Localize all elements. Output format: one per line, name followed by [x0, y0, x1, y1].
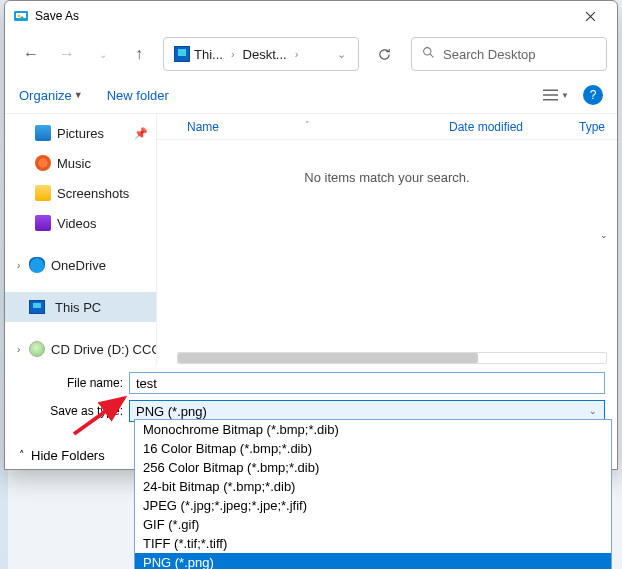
- chevron-up-icon: ˄: [19, 449, 25, 462]
- breadcrumb-seg-2[interactable]: Deskt...: [237, 47, 293, 62]
- column-name[interactable]: Name˄: [157, 120, 449, 134]
- filetype-dropdown: Monochrome Bitmap (*.bmp;*.dib)16 Color …: [134, 419, 612, 569]
- filetype-option[interactable]: GIF (*.gif): [135, 515, 611, 534]
- svg-point-3: [424, 48, 431, 55]
- up-button[interactable]: ↑: [123, 38, 155, 70]
- tree-item-music[interactable]: Music: [5, 148, 156, 178]
- tree-item-onedrive[interactable]: ›OneDrive: [5, 250, 156, 280]
- filetype-option[interactable]: 256 Color Bitmap (*.bmp;*.dib): [135, 458, 611, 477]
- pin-icon: 📌: [134, 127, 148, 140]
- file-list: Name˄ Date modified Type No items match …: [157, 114, 617, 364]
- filetype-option[interactable]: PNG (*.png): [135, 553, 611, 569]
- refresh-button[interactable]: [367, 37, 401, 71]
- titlebar: Save As: [5, 1, 617, 31]
- window-title: Save As: [35, 9, 79, 23]
- forward-button[interactable]: →: [51, 38, 83, 70]
- filename-input[interactable]: test⌄: [129, 372, 605, 394]
- empty-message: No items match your search.: [157, 140, 617, 185]
- tree-item-pictures[interactable]: Pictures📌: [5, 118, 156, 148]
- new-folder-button[interactable]: New folder: [107, 88, 169, 103]
- folder-icon: [35, 185, 51, 201]
- tree-item-videos[interactable]: Videos: [5, 208, 156, 238]
- filetype-option[interactable]: TIFF (*.tif;*.tiff): [135, 534, 611, 553]
- search-input[interactable]: Search Desktop: [411, 37, 607, 71]
- back-button[interactable]: ←: [15, 38, 47, 70]
- column-date[interactable]: Date modified: [449, 120, 579, 134]
- music-icon: [35, 155, 51, 171]
- monitor-icon: [174, 46, 190, 62]
- chevron-right-icon: ›: [293, 48, 301, 60]
- chevron-down-icon[interactable]: ⌄: [595, 2, 613, 468]
- save-as-dialog: Save As ← → ⌄ ↑ Thi... › Deskt... › ⌄ Se…: [4, 0, 618, 470]
- filetype-option[interactable]: 16 Color Bitmap (*.bmp;*.dib): [135, 439, 611, 458]
- sort-up-icon: ˄: [305, 120, 310, 130]
- search-placeholder: Search Desktop: [443, 47, 536, 62]
- filename-label: File name:: [17, 376, 129, 390]
- column-headers: Name˄ Date modified Type: [157, 114, 617, 140]
- tree-item-cddrive[interactable]: ›CD Drive (D:) CCO: [5, 334, 156, 364]
- chevron-down-icon[interactable]: ⌄: [335, 48, 348, 61]
- toolbar: Organize▼ New folder ▼ ?: [5, 77, 617, 114]
- hide-folders-button[interactable]: ˄Hide Folders: [19, 448, 105, 463]
- svg-point-2: [18, 15, 20, 17]
- breadcrumb[interactable]: Thi... › Deskt... › ⌄: [163, 37, 359, 71]
- disc-icon: [29, 341, 45, 357]
- app-icon: [13, 8, 29, 24]
- nav-tree: Pictures📌 Music Screenshots Videos ›OneD…: [5, 114, 157, 364]
- tree-item-thispc[interactable]: This PC: [5, 292, 156, 322]
- filetype-option[interactable]: Monochrome Bitmap (*.bmp;*.dib): [135, 420, 611, 439]
- tree-item-screenshots[interactable]: Screenshots: [5, 178, 156, 208]
- chevron-down-icon: ▼: [74, 90, 83, 100]
- monitor-icon: [29, 300, 45, 314]
- view-options-button[interactable]: ▼: [539, 85, 573, 105]
- pictures-icon: [35, 125, 51, 141]
- onedrive-icon: [29, 257, 45, 273]
- saveastype-label: Save as type:: [17, 404, 129, 418]
- chevron-down-icon[interactable]: ⌄: [584, 402, 602, 420]
- recent-dropdown[interactable]: ⌄: [87, 38, 119, 70]
- nav-row: ← → ⌄ ↑ Thi... › Deskt... › ⌄ Search Des…: [5, 31, 617, 77]
- breadcrumb-root[interactable]: Thi...: [168, 46, 229, 62]
- chevron-right-icon: ›: [229, 48, 237, 60]
- chevron-down-icon: ▼: [561, 91, 569, 100]
- breadcrumb-seg-1: Thi...: [194, 47, 223, 62]
- filetype-option[interactable]: JPEG (*.jpg;*.jpeg;*.jpe;*.jfif): [135, 496, 611, 515]
- chevron-right-icon[interactable]: ›: [17, 260, 20, 271]
- list-view-icon: [543, 89, 558, 101]
- organize-button[interactable]: Organize▼: [19, 88, 83, 103]
- videos-icon: [35, 215, 51, 231]
- filetype-option[interactable]: 24-bit Bitmap (*.bmp;*.dib): [135, 477, 611, 496]
- search-icon: [422, 46, 435, 62]
- horizontal-scrollbar[interactable]: [177, 352, 607, 364]
- chevron-right-icon[interactable]: ›: [17, 344, 20, 355]
